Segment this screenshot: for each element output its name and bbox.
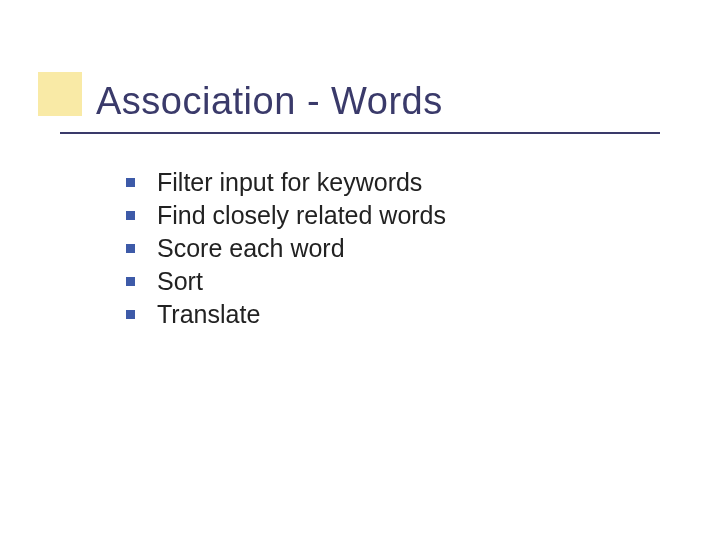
bullet-text: Score each word [157, 234, 345, 263]
accent-block [38, 72, 82, 116]
bullet-text: Translate [157, 300, 260, 329]
title-underline [60, 132, 660, 134]
list-item: Find closely related words [126, 201, 446, 230]
square-bullet-icon [126, 178, 135, 187]
bullet-text: Sort [157, 267, 203, 296]
list-item: Sort [126, 267, 446, 296]
bullet-text: Filter input for keywords [157, 168, 422, 197]
bullet-text: Find closely related words [157, 201, 446, 230]
square-bullet-icon [126, 211, 135, 220]
slide-title: Association - Words [96, 80, 443, 123]
list-item: Score each word [126, 234, 446, 263]
square-bullet-icon [126, 310, 135, 319]
square-bullet-icon [126, 277, 135, 286]
bullet-list: Filter input for keywords Find closely r… [126, 168, 446, 333]
square-bullet-icon [126, 244, 135, 253]
list-item: Translate [126, 300, 446, 329]
slide: Association - Words Filter input for key… [0, 0, 720, 540]
list-item: Filter input for keywords [126, 168, 446, 197]
